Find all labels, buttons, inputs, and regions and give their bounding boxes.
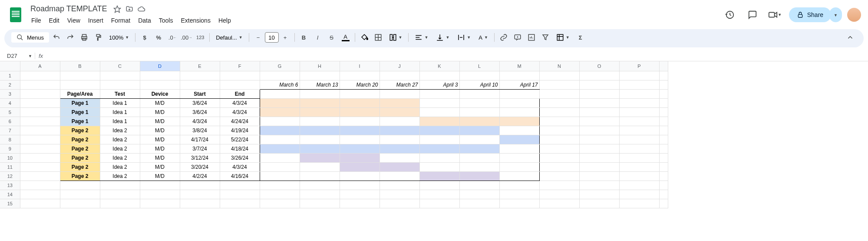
- date-header[interactable]: April 17: [499, 80, 539, 89]
- menu-format[interactable]: Format: [108, 15, 134, 26]
- insert-comment-button[interactable]: [511, 31, 524, 44]
- page-cell[interactable]: Page 1: [60, 117, 100, 126]
- cell[interactable]: [499, 144, 539, 153]
- cell[interactable]: [659, 117, 668, 126]
- column-header-M[interactable]: M: [499, 61, 539, 71]
- cell[interactable]: [659, 98, 668, 107]
- date-header[interactable]: March 20: [340, 80, 380, 89]
- test-cell[interactable]: Idea 2: [100, 135, 140, 144]
- gantt-cell[interactable]: [459, 144, 499, 153]
- row-header-9[interactable]: 9: [0, 144, 20, 153]
- text-wrap-button[interactable]: ▼: [454, 32, 474, 43]
- cell[interactable]: [579, 181, 619, 190]
- page-cell[interactable]: Page 2: [60, 162, 100, 171]
- cell[interactable]: [100, 190, 140, 199]
- gantt-cell[interactable]: [260, 144, 300, 153]
- cell[interactable]: [60, 80, 100, 89]
- table-header[interactable]: Device: [140, 89, 180, 98]
- cell[interactable]: [419, 98, 459, 107]
- cell[interactable]: [579, 135, 619, 144]
- cell[interactable]: [260, 117, 300, 126]
- borders-button[interactable]: [372, 31, 385, 44]
- cell[interactable]: [459, 153, 499, 162]
- gantt-cell[interactable]: [380, 126, 419, 135]
- collapse-toolbar-button[interactable]: [844, 31, 857, 44]
- column-header-B[interactable]: B: [60, 61, 100, 71]
- cell[interactable]: [539, 126, 579, 135]
- cell[interactable]: [60, 71, 100, 80]
- cell[interactable]: [220, 199, 260, 208]
- cell[interactable]: [20, 190, 60, 199]
- end-cell[interactable]: 5/22/24: [220, 135, 260, 144]
- gantt-cell[interactable]: [419, 171, 459, 181]
- cell[interactable]: [659, 107, 668, 117]
- strikethrough-button[interactable]: S: [325, 31, 338, 44]
- cell[interactable]: [619, 171, 659, 181]
- cell[interactable]: [579, 89, 619, 98]
- test-cell[interactable]: Idea 2: [100, 153, 140, 162]
- cell[interactable]: [499, 71, 539, 80]
- column-header-P[interactable]: P: [619, 61, 659, 71]
- cell[interactable]: [659, 171, 668, 181]
- cell[interactable]: [619, 98, 659, 107]
- cell[interactable]: [380, 71, 419, 80]
- gantt-cell[interactable]: [260, 107, 300, 117]
- cell[interactable]: [60, 190, 100, 199]
- cell[interactable]: [659, 199, 668, 208]
- test-cell[interactable]: Idea 1: [100, 98, 140, 107]
- cell[interactable]: [419, 199, 459, 208]
- test-cell[interactable]: Idea 2: [100, 162, 140, 171]
- cell[interactable]: [499, 162, 539, 171]
- menu-file[interactable]: File: [28, 15, 45, 26]
- menu-view[interactable]: View: [64, 15, 84, 26]
- cell[interactable]: [619, 89, 659, 98]
- cell[interactable]: [539, 117, 579, 126]
- font-size-input[interactable]: [265, 32, 279, 43]
- menu-tools[interactable]: Tools: [155, 15, 177, 26]
- row-header-2[interactable]: 2: [0, 80, 20, 89]
- document-title[interactable]: Roadmap TEMPLATE: [28, 3, 109, 14]
- table-header[interactable]: Test: [100, 89, 140, 98]
- cell[interactable]: [260, 89, 300, 98]
- cell[interactable]: [659, 153, 668, 162]
- horizontal-align-button[interactable]: ▼: [411, 32, 432, 43]
- cell[interactable]: [619, 117, 659, 126]
- cell[interactable]: [260, 153, 300, 162]
- cell[interactable]: [539, 190, 579, 199]
- date-header[interactable]: April 3: [419, 80, 459, 89]
- start-cell[interactable]: 3/7/24: [180, 144, 220, 153]
- cell[interactable]: [140, 71, 180, 80]
- gantt-cell[interactable]: [499, 117, 539, 126]
- row-header-11[interactable]: 11: [0, 162, 20, 171]
- start-cell[interactable]: 3/20/24: [180, 162, 220, 171]
- merge-cells-button[interactable]: ▼: [386, 32, 406, 43]
- page-cell[interactable]: Page 2: [60, 171, 100, 181]
- table-header[interactable]: End: [220, 89, 260, 98]
- gantt-cell[interactable]: [340, 153, 380, 162]
- cell[interactable]: [20, 135, 60, 144]
- gantt-cell[interactable]: [340, 144, 380, 153]
- column-header-C[interactable]: C: [100, 61, 140, 71]
- table-header[interactable]: Start: [180, 89, 220, 98]
- cell[interactable]: [340, 71, 380, 80]
- device-cell[interactable]: M/D: [140, 117, 180, 126]
- start-cell[interactable]: 3/6/24: [180, 107, 220, 117]
- cell[interactable]: [300, 171, 340, 181]
- gantt-cell[interactable]: [300, 98, 340, 107]
- column-header-O[interactable]: O: [579, 61, 619, 71]
- cell[interactable]: [659, 135, 668, 144]
- cell[interactable]: [579, 153, 619, 162]
- cell[interactable]: [260, 199, 300, 208]
- row-header-7[interactable]: 7: [0, 126, 20, 135]
- cell[interactable]: [659, 162, 668, 171]
- cell[interactable]: [579, 107, 619, 117]
- test-cell[interactable]: Idea 1: [100, 117, 140, 126]
- cell[interactable]: [539, 153, 579, 162]
- increase-decimal-button[interactable]: .00→: [180, 31, 193, 44]
- zoom-dropdown[interactable]: 100%▼: [106, 33, 132, 43]
- end-cell[interactable]: 4/3/24: [220, 98, 260, 107]
- end-cell[interactable]: 4/18/24: [220, 144, 260, 153]
- column-header-E[interactable]: E: [180, 61, 220, 71]
- cell[interactable]: [100, 181, 140, 190]
- cell[interactable]: [340, 199, 380, 208]
